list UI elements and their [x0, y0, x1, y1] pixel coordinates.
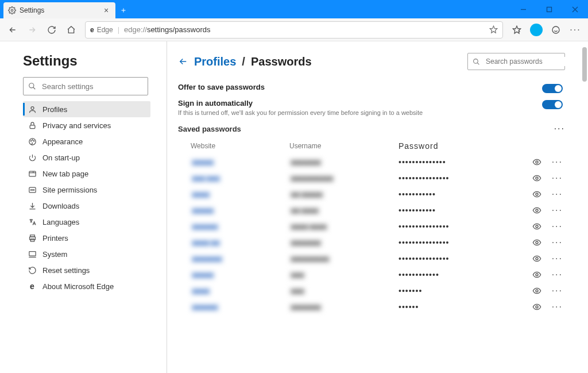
- reveal-password-button[interactable]: [532, 302, 541, 312]
- sidebar-item-downloads[interactable]: Downloads: [23, 198, 150, 214]
- toggle-switch[interactable]: [542, 84, 563, 93]
- svg-point-31: [536, 306, 538, 308]
- username-cell: ■■■: [289, 287, 399, 295]
- download-icon: [28, 202, 37, 210]
- website-cell[interactable]: ■■■■■: [180, 271, 289, 279]
- minimize-button[interactable]: [510, 0, 536, 18]
- sidebar-item-languages[interactable]: Languages: [23, 214, 150, 230]
- reveal-password-button[interactable]: [532, 254, 541, 263]
- sidebar-item-system[interactable]: System: [23, 246, 150, 262]
- password-cell: •••••••••••••••: [399, 238, 496, 247]
- password-cell: •••••••: [399, 286, 496, 295]
- more-button[interactable]: ···: [566, 21, 585, 39]
- website-cell[interactable]: ■■■■: [180, 190, 289, 199]
- svg-point-30: [536, 290, 538, 292]
- svg-rect-7: [30, 125, 35, 128]
- sidebar-item-reset-settings[interactable]: Reset settings: [23, 262, 150, 278]
- sidebar-item-profiles[interactable]: Profiles: [23, 101, 150, 117]
- sidebar-item-on-start-up[interactable]: On start-up: [23, 149, 150, 166]
- feedback-button[interactable]: [547, 21, 565, 39]
- reveal-password-button[interactable]: [532, 157, 541, 167]
- row-more-button[interactable]: ···: [552, 238, 563, 247]
- password-row: ■■■■■■■■■■ ■■■■•••••••••••••••···: [178, 218, 565, 234]
- reveal-password-button[interactable]: [532, 174, 541, 183]
- password-row: ■■■■■■■•••••••···: [178, 283, 565, 299]
- username-cell: ■■■: [289, 271, 399, 279]
- svg-point-0: [11, 9, 13, 11]
- reveal-password-button[interactable]: [532, 238, 541, 247]
- breadcrumb-root-link[interactable]: Profiles: [194, 55, 236, 68]
- website-cell[interactable]: ■■■ ■■■: [180, 174, 289, 183]
- sidebar-item-privacy-and-services[interactable]: Privacy and services: [23, 117, 150, 133]
- sidebar-item-label: Privacy and services: [42, 121, 111, 130]
- paint-icon: [28, 137, 37, 146]
- website-cell[interactable]: ■■■■■: [180, 206, 289, 215]
- sidebar-item-label: Profiles: [42, 105, 67, 114]
- avatar-icon: [530, 24, 543, 36]
- row-more-button[interactable]: ···: [552, 174, 563, 183]
- row-more-button[interactable]: ···: [552, 254, 563, 263]
- website-cell[interactable]: ■■■■■: [180, 158, 289, 167]
- refresh-button[interactable]: [42, 21, 61, 39]
- svg-point-21: [474, 59, 478, 63]
- svg-point-22: [536, 161, 538, 163]
- website-cell[interactable]: ■■■■■■■: [180, 255, 289, 263]
- back-button[interactable]: [3, 21, 22, 39]
- maximize-button[interactable]: [536, 0, 562, 18]
- sidebar-item-label: On start-up: [42, 153, 80, 162]
- sidebar-item-about-microsoft-edge[interactable]: eAbout Microsoft Edge: [23, 278, 150, 294]
- power-icon: [28, 153, 37, 162]
- person-icon: [28, 105, 37, 114]
- svg-point-9: [30, 140, 31, 141]
- row-more-button[interactable]: ···: [552, 270, 563, 279]
- profile-button[interactable]: [527, 21, 546, 39]
- sidebar-item-label: About Microsoft Edge: [42, 282, 114, 291]
- edge-icon: e: [90, 26, 94, 34]
- search-passwords[interactable]: [467, 53, 565, 70]
- active-tab[interactable]: Settings ×: [3, 2, 115, 18]
- new-tab-button[interactable]: [115, 2, 131, 18]
- lang-icon: [28, 218, 37, 226]
- reveal-password-button[interactable]: [532, 270, 541, 279]
- row-more-button[interactable]: ···: [552, 302, 563, 312]
- address-bar[interactable]: e Edge | edge://settings/passwords: [85, 21, 503, 39]
- breadcrumb-back-button[interactable]: [178, 56, 188, 67]
- sidebar-item-new-tab-page[interactable]: New tab page: [23, 166, 150, 182]
- row-more-button[interactable]: ···: [552, 157, 563, 167]
- svg-point-29: [536, 274, 538, 276]
- search-settings[interactable]: [23, 77, 148, 95]
- close-window-button[interactable]: [562, 0, 588, 18]
- row-more-button[interactable]: ···: [552, 190, 563, 199]
- site-identity-label: Edge: [97, 26, 113, 34]
- svg-marker-2: [490, 26, 497, 33]
- sidebar-item-site-permissions[interactable]: Site permissions: [23, 182, 150, 198]
- close-tab-button[interactable]: ×: [102, 6, 111, 14]
- sidebar-item-appearance[interactable]: Appearance: [23, 133, 150, 149]
- scrollbar[interactable]: [581, 41, 587, 373]
- row-more-button[interactable]: ···: [552, 206, 563, 215]
- reveal-password-button[interactable]: [532, 222, 541, 231]
- page-title: Settings: [23, 53, 150, 69]
- scrollbar-thumb[interactable]: [582, 47, 587, 82]
- reveal-password-button[interactable]: [532, 206, 541, 215]
- home-button[interactable]: [62, 21, 80, 39]
- forward-button[interactable]: [23, 21, 41, 39]
- website-cell[interactable]: ■■■■ ■■: [180, 239, 289, 247]
- sidebar-item-printers[interactable]: Printers: [23, 230, 150, 246]
- website-cell[interactable]: ■■■■■■: [180, 303, 289, 312]
- gear-icon: [8, 6, 16, 14]
- reveal-password-button[interactable]: [532, 286, 541, 295]
- row-more-button[interactable]: ···: [552, 222, 563, 231]
- favorite-star-icon[interactable]: [489, 25, 498, 34]
- reveal-password-button[interactable]: [532, 190, 541, 199]
- row-more-button[interactable]: ···: [552, 286, 563, 295]
- search-passwords-input[interactable]: [485, 57, 573, 66]
- svg-point-4: [552, 26, 559, 33]
- website-cell[interactable]: ■■■■■■: [180, 222, 289, 231]
- svg-marker-3: [513, 26, 520, 33]
- toggle-switch[interactable]: [542, 100, 563, 109]
- website-cell[interactable]: ■■■■: [180, 287, 289, 295]
- favorites-button[interactable]: [508, 21, 526, 39]
- search-settings-input[interactable]: [41, 82, 143, 91]
- saved-passwords-more-button[interactable]: ···: [554, 124, 565, 133]
